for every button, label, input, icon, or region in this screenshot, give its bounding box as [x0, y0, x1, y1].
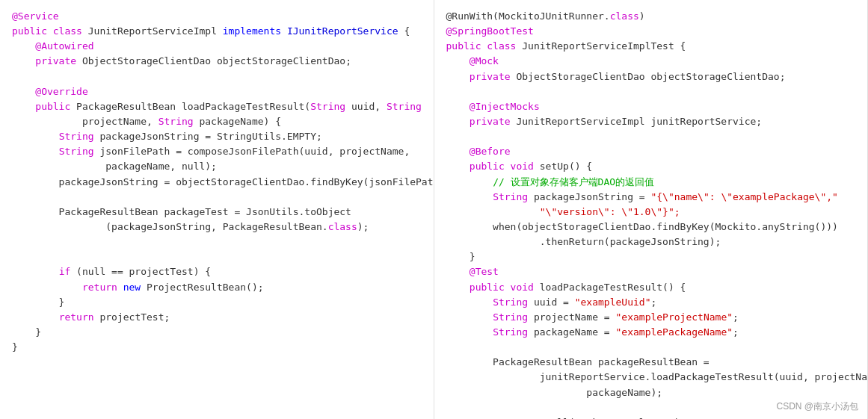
left-code-panel: @Service public class JunitReportService…	[0, 0, 434, 419]
watermark-label: CSDN @南京小汤包	[776, 400, 858, 413]
left-code-content: @Service public class JunitReportService…	[12, 9, 422, 355]
right-code-panel: @RunWith(MockitoJUnitRunner.class) @Spri…	[434, 0, 869, 419]
right-code-content: @RunWith(MockitoJUnitRunner.class) @Spri…	[446, 9, 856, 419]
